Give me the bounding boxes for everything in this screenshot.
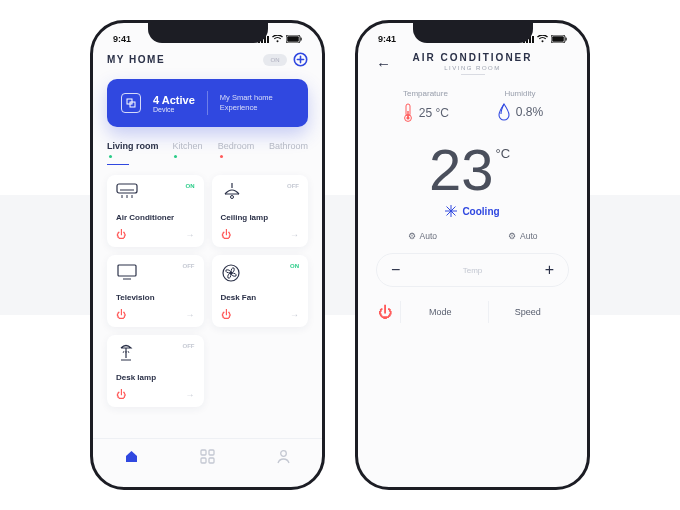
nav-home-icon[interactable] (124, 449, 139, 464)
temp-minus-button[interactable]: − (391, 261, 400, 279)
svg-rect-6 (117, 184, 137, 193)
nav-grid-icon[interactable] (200, 449, 215, 464)
power-icon[interactable]: ⏻ (116, 229, 126, 240)
device-label: Television (116, 293, 195, 302)
tab-bathroom[interactable]: Bathroom (269, 141, 308, 165)
state-badge: ON (290, 263, 299, 269)
ac-icon (116, 183, 138, 201)
detail-title: AIR CONDITIONER (413, 52, 533, 63)
battery-icon (286, 35, 302, 43)
notch (148, 23, 268, 43)
tab-living-room[interactable]: Living room (107, 141, 160, 165)
banner-tagline-1: My Smart home (220, 93, 273, 103)
clock: 9:41 (378, 34, 396, 44)
tab-kitchen[interactable]: Kitchen (172, 141, 205, 165)
svg-rect-1 (287, 36, 299, 42)
tab-bedroom[interactable]: Bedroom (218, 141, 257, 165)
auto-icon: ⚙ (408, 231, 416, 241)
device-label: Air Conditioner (116, 213, 195, 222)
power-icon[interactable]: ⏻ (116, 309, 126, 320)
temp-control-label: Temp (463, 266, 483, 275)
room-tabs: Living room Kitchen Bedroom Bathroom (107, 141, 308, 165)
device-label: Desk lamp (116, 373, 195, 382)
auto-mode-1[interactable]: ⚙Auto (408, 231, 438, 241)
droplet-icon (497, 103, 511, 121)
svg-point-21 (281, 451, 287, 457)
app-header: MY HOME ON (107, 52, 308, 67)
state-badge: OFF (183, 343, 195, 349)
power-icon[interactable]: ⏻ (116, 389, 126, 400)
arrow-icon: → (290, 310, 299, 320)
humidity-value: 0.8% (516, 105, 543, 119)
humidity-label: Humidity (497, 89, 543, 98)
phone-home: 9:41 MY HOME ON 4 Ac (90, 20, 325, 490)
arrow-icon: → (290, 230, 299, 240)
notch (413, 23, 533, 43)
power-button[interactable]: ⏻ (378, 304, 392, 320)
banner-sub: Device (153, 106, 195, 113)
device-label: Desk Fan (221, 293, 300, 302)
snowflake-icon (445, 205, 457, 217)
arrow-icon: → (186, 390, 195, 400)
active-banner[interactable]: 4 Active Device My Smart home Experience (107, 79, 308, 127)
device-icon (121, 93, 141, 113)
desk-lamp-icon (116, 343, 136, 363)
auto-mode-2[interactable]: ⚙Auto (508, 231, 538, 241)
svg-rect-18 (209, 450, 214, 455)
svg-rect-20 (209, 458, 214, 463)
mode-button[interactable]: Mode (400, 301, 480, 323)
device-card-desk-lamp[interactable]: OFF Desk lamp ⏻→ (107, 335, 204, 407)
ceiling-lamp-icon (221, 183, 243, 201)
clock: 9:41 (113, 34, 131, 44)
device-card-ceiling-lamp[interactable]: OFF Ceiling lamp ⏻→ (212, 175, 309, 247)
svg-rect-23 (552, 36, 564, 42)
state-badge: ON (186, 183, 195, 189)
svg-point-10 (230, 196, 233, 199)
device-label: Ceiling lamp (221, 213, 300, 222)
device-grid: ON Air Conditioner ⏻→ OFF Ceiling lamp ⏻… (107, 175, 308, 438)
main-temp-display: 23°C (368, 141, 569, 199)
thermometer-icon (402, 103, 414, 123)
page-title: MY HOME (107, 54, 165, 65)
wifi-icon (537, 35, 548, 43)
fan-icon (221, 263, 241, 283)
speed-button[interactable]: Speed (488, 301, 568, 323)
back-button[interactable]: ← (376, 55, 391, 72)
device-card-fan[interactable]: ON Desk Fan ⏻→ (212, 255, 309, 327)
temp-plus-button[interactable]: + (545, 261, 554, 279)
wifi-icon (272, 35, 283, 43)
tv-icon (116, 263, 138, 281)
temp-label: Temparature (402, 89, 449, 98)
svg-rect-24 (566, 38, 567, 41)
home-toggle[interactable]: ON (263, 54, 287, 66)
banner-tagline-2: Experience (220, 103, 273, 113)
divider (207, 91, 208, 115)
battery-icon (551, 35, 567, 43)
nav-profile-icon[interactable] (276, 449, 291, 464)
temp-control: − Temp + (376, 253, 569, 287)
cooling-status: Cooling (372, 205, 573, 217)
device-card-ac[interactable]: ON Air Conditioner ⏻→ (107, 175, 204, 247)
phone-ac-detail: 9:41 ← AIR CONDITIONER LIVING ROOM Tempa… (355, 20, 590, 490)
power-icon[interactable]: ⏻ (221, 309, 231, 320)
add-button[interactable] (293, 52, 308, 67)
svg-rect-2 (301, 38, 302, 41)
banner-title: 4 Active (153, 94, 195, 106)
state-badge: OFF (287, 183, 299, 189)
state-badge: OFF (183, 263, 195, 269)
power-icon[interactable]: ⏻ (221, 229, 231, 240)
svg-rect-11 (118, 265, 136, 276)
bottom-nav (93, 438, 322, 474)
svg-rect-19 (201, 458, 206, 463)
temp-value: 25 °C (419, 106, 449, 120)
detail-subtitle: LIVING ROOM (413, 65, 533, 71)
arrow-icon: → (186, 230, 195, 240)
arrow-icon: → (186, 310, 195, 320)
device-card-tv[interactable]: OFF Television ⏻→ (107, 255, 204, 327)
auto-icon: ⚙ (508, 231, 516, 241)
svg-rect-17 (201, 450, 206, 455)
